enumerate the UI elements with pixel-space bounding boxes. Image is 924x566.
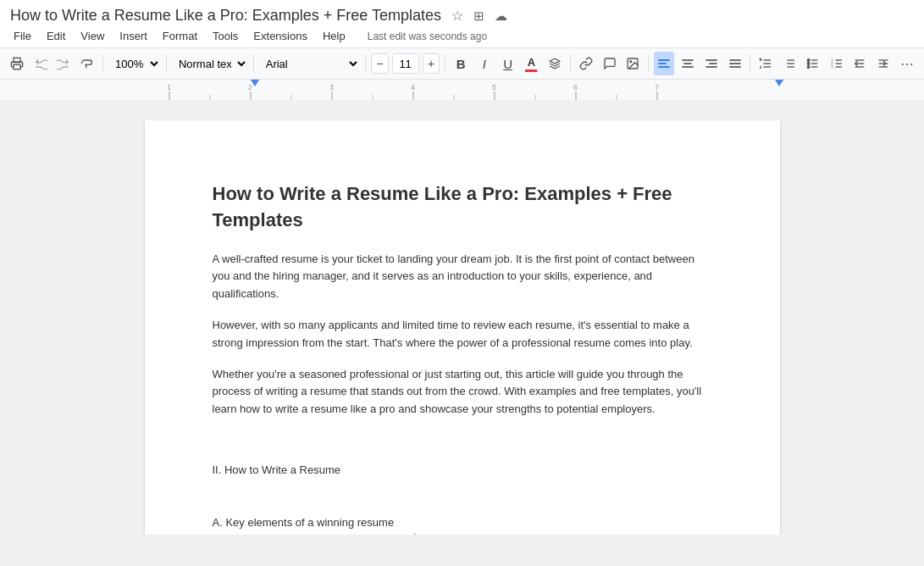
- doc-para-1: A well-crafted resume is your ticket to …: [213, 251, 712, 303]
- svg-point-32: [807, 66, 810, 69]
- increase-indent-button[interactable]: [873, 52, 894, 75]
- doc-para-2: However, with so many applicants and lim…: [213, 317, 712, 352]
- doc-area: How to Write a Resume Like a Pro: Exampl…: [0, 100, 924, 535]
- svg-text:6: 6: [573, 83, 578, 92]
- svg-text:1: 1: [167, 83, 171, 92]
- menu-view[interactable]: View: [74, 26, 111, 46]
- svg-point-31: [807, 63, 810, 65]
- align-center-button[interactable]: [678, 52, 698, 75]
- doc-spacer: [213, 432, 712, 450]
- menu-file[interactable]: File: [7, 26, 38, 46]
- underline-button[interactable]: U: [498, 52, 518, 75]
- text-color-button[interactable]: A: [522, 52, 542, 75]
- print-button[interactable]: [7, 52, 27, 75]
- align-right-button[interactable]: [701, 52, 722, 75]
- italic-button[interactable]: I: [474, 52, 495, 75]
- toolbar: 100% 75% 125% 150% Normal text Heading 1…: [0, 48, 924, 80]
- image-button[interactable]: [623, 52, 644, 75]
- doc-title-heading: How to Write a Resume Like a Pro: Exampl…: [213, 181, 712, 234]
- redo-button[interactable]: [54, 52, 75, 75]
- separator-7: [648, 55, 649, 72]
- grid-icon[interactable]: ⊞: [473, 8, 484, 24]
- highlight-button[interactable]: [545, 52, 565, 75]
- ruler: 1 2 3 4 5 6 7: [0, 80, 924, 100]
- more-options-button[interactable]: ⋯: [897, 52, 917, 75]
- separator-5: [445, 55, 445, 72]
- undo-button[interactable]: [30, 52, 51, 75]
- doc-list-item-1: A. Key elements of a winning resume: [213, 514, 712, 532]
- font-size-input[interactable]: [392, 53, 419, 74]
- ruler-svg: 1 2 3 4 5 6 7: [0, 80, 924, 100]
- text-cursor: [414, 534, 415, 535]
- svg-text:4: 4: [411, 83, 415, 92]
- separator-6: [570, 55, 571, 72]
- svg-point-3: [630, 61, 632, 63]
- link-button[interactable]: [576, 52, 596, 75]
- separator-3: [253, 55, 254, 72]
- separator-4: [365, 55, 366, 72]
- checklist-button[interactable]: [779, 52, 800, 75]
- separator-8: [750, 55, 750, 72]
- svg-point-30: [807, 59, 810, 62]
- svg-rect-45: [0, 80, 924, 100]
- decrease-indent-button[interactable]: [849, 52, 870, 75]
- doc-spacer-2: [213, 483, 712, 501]
- menu-bar: File Edit View Insert Format Tools Exten…: [0, 25, 924, 48]
- separator-2: [166, 55, 167, 72]
- svg-text:3: 3: [329, 83, 334, 92]
- separator-1: [102, 55, 103, 72]
- bulleted-list-button[interactable]: [803, 52, 823, 75]
- font-size-decrease-button[interactable]: −: [371, 53, 389, 74]
- menu-format[interactable]: Format: [156, 26, 204, 46]
- style-select[interactable]: Normal text Heading 1 Heading 2 Heading …: [172, 52, 248, 75]
- doc-para-3: Whether you're a seasoned professional o…: [213, 366, 712, 419]
- align-left-button[interactable]: [654, 52, 674, 75]
- font-family-select[interactable]: Arial Times New Roman Verdana Georgia: [259, 52, 360, 75]
- line-spacing-button[interactable]: [755, 52, 776, 75]
- menu-edit[interactable]: Edit: [40, 26, 72, 46]
- svg-text:7: 7: [655, 83, 659, 92]
- svg-line-20: [760, 58, 761, 59]
- title-bar: How to Write a Resume Like a Pro: Exampl…: [0, 0, 924, 25]
- numbered-list-button[interactable]: 1.2.3.: [827, 52, 847, 75]
- svg-text:3.: 3.: [831, 64, 833, 69]
- comment-button[interactable]: [600, 52, 620, 75]
- doc-section-heading: II. How to Write a Resume: [213, 463, 712, 476]
- doc-list-item-2: B. Step-by-step guide to writing a resum…: [213, 531, 712, 535]
- svg-text:2: 2: [248, 83, 252, 92]
- menu-help[interactable]: Help: [316, 26, 352, 46]
- svg-rect-1: [14, 64, 20, 69]
- zoom-select[interactable]: 100% 75% 125% 150%: [108, 52, 161, 75]
- align-justify-button[interactable]: [725, 52, 745, 75]
- font-size-increase-button[interactable]: +: [423, 53, 440, 74]
- svg-text:5: 5: [492, 83, 496, 92]
- star-icon[interactable]: ☆: [451, 8, 463, 24]
- doc-page[interactable]: How to Write a Resume Like a Pro: Exampl…: [145, 120, 780, 535]
- last-edit-label: Last edit was seconds ago: [361, 27, 494, 46]
- cloud-icon[interactable]: ☁: [495, 8, 507, 24]
- bold-button[interactable]: B: [451, 52, 471, 75]
- menu-insert[interactable]: Insert: [113, 26, 154, 46]
- menu-extensions[interactable]: Extensions: [246, 26, 314, 46]
- doc-title[interactable]: How to Write a Resume Like a Pro: Exampl…: [10, 7, 441, 25]
- paint-format-button[interactable]: [77, 52, 97, 75]
- menu-tools[interactable]: Tools: [206, 26, 245, 46]
